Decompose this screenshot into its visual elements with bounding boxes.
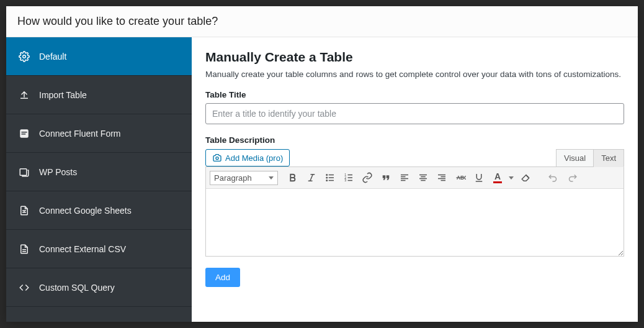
undo-icon	[548, 172, 559, 183]
undo-button[interactable]	[545, 170, 562, 186]
svg-text:3: 3	[344, 178, 346, 182]
svg-point-14	[326, 180, 328, 181]
page-subtitle: Manually create your table columns and r…	[205, 70, 624, 79]
svg-point-13	[326, 177, 328, 178]
numbered-list-icon: 123	[343, 172, 354, 183]
svg-rect-3	[22, 134, 26, 135]
bold-button[interactable]	[284, 170, 302, 186]
align-right-icon	[436, 172, 447, 183]
numbered-list-button[interactable]: 123	[340, 170, 357, 186]
editor-wrapper: Paragraph 123 ABC A	[205, 166, 624, 257]
description-editor[interactable]	[206, 189, 624, 256]
gear-icon	[19, 51, 30, 62]
posts-icon	[19, 166, 30, 178]
table-description-label: Table Description	[205, 135, 624, 145]
format-select-label: Paragraph	[214, 173, 252, 183]
table-title-input[interactable]	[205, 103, 624, 124]
sidebar-item-label: Import Table	[39, 90, 87, 100]
align-right-button[interactable]	[433, 170, 450, 186]
svg-rect-2	[22, 132, 27, 133]
format-dropdown[interactable]: Paragraph	[210, 171, 278, 185]
bullet-list-button[interactable]	[321, 170, 339, 186]
main-content: Manually Create a Table Manually create …	[192, 37, 638, 322]
tab-text[interactable]: Text	[594, 149, 624, 167]
sidebar-item-default[interactable]: Default	[6, 37, 192, 76]
code-icon	[19, 282, 30, 293]
sheet-icon	[19, 205, 30, 216]
strikethrough-button[interactable]: ABC	[452, 170, 469, 186]
svg-line-8	[310, 175, 313, 181]
svg-point-12	[326, 175, 328, 176]
sidebar-item-wp-posts[interactable]: WP Posts	[6, 153, 192, 191]
align-center-icon	[418, 172, 429, 183]
text-color-icon: A	[493, 172, 502, 183]
text-color-dropdown[interactable]	[506, 170, 516, 186]
modal-header: How would you like to create your table?	[6, 6, 638, 37]
eraser-icon	[521, 172, 532, 183]
align-left-icon	[399, 172, 410, 183]
redo-icon	[566, 172, 578, 183]
sidebar-item-label: Connect Fluent Form	[39, 129, 121, 139]
svg-point-5	[216, 157, 218, 160]
sidebar-item-label: Custom SQL Query	[39, 283, 115, 293]
sidebar-item-label: Connect External CSV	[39, 244, 126, 254]
editor-tabs: Visual Text	[556, 148, 624, 166]
modal-body: Default Import Table Connect Fluent Form…	[6, 37, 638, 322]
align-center-button[interactable]	[414, 170, 432, 186]
quote-icon	[380, 172, 391, 183]
tab-visual[interactable]: Visual	[556, 149, 594, 167]
text-color-button[interactable]: A	[489, 170, 516, 186]
page-title: Manually Create a Table	[205, 50, 624, 65]
sidebar: Default Import Table Connect Fluent Form…	[6, 37, 192, 322]
link-button[interactable]	[359, 170, 376, 186]
add-media-label: Add Media (pro)	[225, 153, 283, 163]
svg-point-0	[23, 55, 26, 58]
add-button[interactable]: Add	[205, 268, 240, 287]
italic-button[interactable]	[303, 170, 320, 186]
editor-row: Add Media (pro) Visual Text	[205, 148, 624, 166]
clear-format-button[interactable]	[517, 170, 535, 186]
file-icon	[19, 244, 30, 255]
close-button[interactable]	[617, 12, 627, 30]
italic-icon	[306, 172, 317, 183]
sidebar-item-import-table[interactable]: Import Table	[6, 76, 192, 114]
table-title-label: Table Title	[205, 90, 624, 99]
caret-down-icon	[269, 176, 274, 180]
underline-button[interactable]	[470, 170, 488, 186]
editor-toolbar: Paragraph 123 ABC A	[206, 167, 624, 189]
align-left-button[interactable]	[396, 170, 413, 186]
underline-icon	[473, 172, 485, 183]
sidebar-item-external-csv[interactable]: Connect External CSV	[6, 230, 192, 268]
sidebar-item-fluent-form[interactable]: Connect Fluent Form	[6, 114, 192, 153]
sidebar-item-label: WP Posts	[39, 167, 77, 177]
bullet-list-icon	[324, 172, 336, 183]
caret-down-icon	[509, 176, 514, 180]
sidebar-item-label: Default	[39, 52, 66, 62]
sidebar-item-label: Connect Google Sheets	[39, 206, 132, 216]
link-icon	[362, 172, 373, 183]
sidebar-item-google-sheets[interactable]: Connect Google Sheets	[6, 191, 192, 230]
sidebar-item-sql-query[interactable]: Custom SQL Query	[6, 268, 192, 307]
modal-title: How would you like to create your table?	[17, 15, 218, 28]
upload-icon	[19, 89, 30, 101]
media-icon	[212, 153, 222, 163]
strikethrough-icon: ABC	[455, 172, 466, 183]
create-table-modal: How would you like to create your table?…	[6, 6, 638, 322]
blockquote-button[interactable]	[377, 170, 395, 186]
bold-icon	[287, 172, 298, 183]
form-icon	[19, 128, 30, 139]
add-media-button[interactable]: Add Media (pro)	[205, 149, 290, 166]
redo-button[interactable]	[563, 170, 581, 186]
svg-rect-4	[20, 168, 27, 175]
